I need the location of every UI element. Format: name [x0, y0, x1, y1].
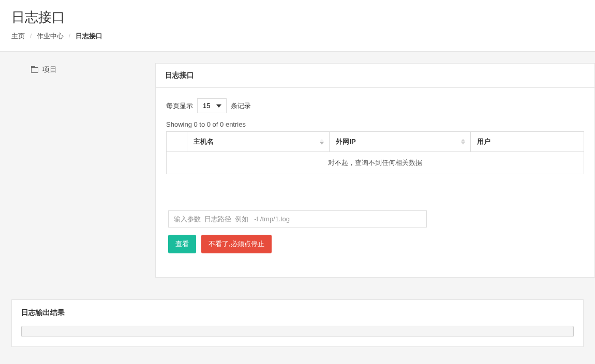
page-length-select-wrap: 15 — [197, 98, 227, 113]
breadcrumb-active: 日志接口 — [76, 32, 102, 40]
sort-icon — [461, 139, 465, 145]
page-length-control: 每页显示 15 条记录 — [166, 98, 584, 113]
sort-desc-icon — [320, 139, 324, 145]
page-length-select[interactable]: 15 — [197, 98, 227, 113]
log-panel: 日志接口 每页显示 15 条记录 Showing 0 to 0 of 0 ent… — [155, 63, 595, 278]
length-prefix-label: 每页显示 — [166, 101, 193, 111]
breadcrumb-sep-icon: / — [69, 32, 71, 40]
log-param-input[interactable] — [168, 210, 427, 228]
output-title: 日志输出结果 — [12, 300, 583, 326]
col-host-label: 主机名 — [194, 138, 214, 145]
breadcrumb-home[interactable]: 主页 — [11, 32, 25, 40]
output-panel: 日志输出结果 — [11, 299, 584, 347]
table-info: Showing 0 to 0 of 0 entries — [166, 120, 584, 128]
col-user-label: 用户 — [477, 138, 490, 145]
col-ip-label: 外网IP — [336, 138, 355, 145]
breadcrumb-sep-icon: / — [30, 32, 32, 40]
output-box — [21, 326, 574, 337]
log-table: 主机名 外网IP — [166, 131, 584, 174]
view-button[interactable]: 查看 — [168, 235, 196, 253]
page-title: 日志接口 — [11, 8, 584, 26]
col-host[interactable]: 主机名 — [187, 132, 330, 152]
col-user[interactable]: 用户 — [470, 132, 584, 152]
sidebar-item-label: 项目 — [42, 65, 57, 74]
stop-button[interactable]: 不看了,必须点停止 — [201, 235, 272, 253]
col-checkbox — [167, 132, 187, 152]
length-suffix-label: 条记录 — [231, 101, 251, 111]
table-row: 对不起，查询不到任何相关数据 — [167, 152, 584, 174]
folder-icon — [31, 67, 38, 73]
breadcrumb-mid[interactable]: 作业中心 — [37, 32, 64, 40]
empty-message: 对不起，查询不到任何相关数据 — [167, 152, 584, 174]
panel-title: 日志接口 — [156, 64, 594, 88]
breadcrumb: 主页 / 作业中心 / 日志接口 — [11, 32, 584, 41]
page-header: 日志接口 主页 / 作业中心 / 日志接口 — [0, 0, 595, 52]
sidebar: 项目 — [0, 63, 155, 288]
sidebar-item-project[interactable]: 项目 — [11, 63, 144, 77]
col-ip[interactable]: 外网IP — [330, 132, 470, 152]
